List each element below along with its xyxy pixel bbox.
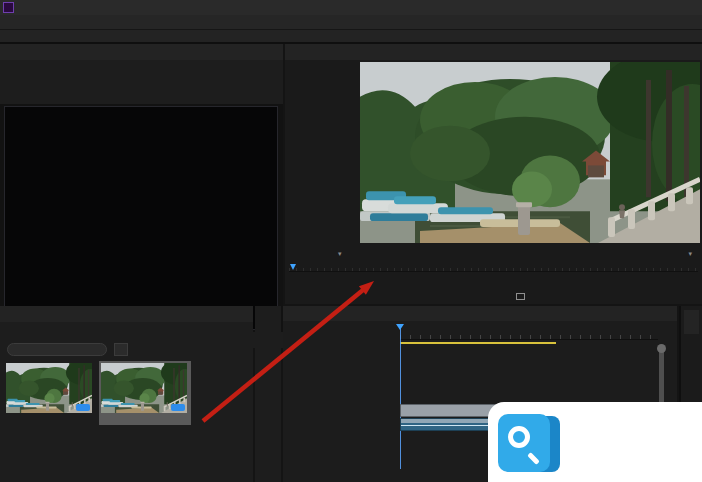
sequence-badge [171, 404, 185, 411]
lumetri-scopes-panel: ▾ [0, 44, 283, 304]
work-area-bar[interactable] [400, 342, 556, 344]
playback-resolution-dropdown[interactable]: ▾ [685, 248, 692, 258]
side-panel-header [684, 310, 699, 334]
magnifier-logo-icon [498, 414, 550, 472]
waveform-display [24, 107, 276, 329]
program-video-preview[interactable] [360, 62, 700, 243]
project-panel [0, 306, 253, 482]
scope-panel-tabs [0, 44, 283, 60]
timeline-ruler[interactable] [400, 324, 658, 340]
zoom-level-dropdown[interactable]: ▾ [335, 248, 342, 258]
workspace-bar [0, 30, 702, 44]
scrollbar-knob[interactable] [657, 344, 666, 353]
playhead-line[interactable] [400, 326, 401, 469]
search-input[interactable] [7, 343, 107, 356]
view-options-button[interactable] [114, 343, 128, 356]
watermark [488, 402, 702, 482]
magnifier-handle [527, 452, 540, 465]
program-scrubber[interactable] [289, 263, 698, 272]
title-bar [0, 0, 702, 15]
video-frame [360, 62, 700, 243]
premiere-app-icon [3, 2, 14, 13]
premiere-window: ▾ ▾ ▾ [0, 0, 702, 482]
tools-panel [255, 306, 281, 482]
playhead-handle[interactable] [396, 324, 404, 330]
sequence-thumbnail [101, 363, 187, 413]
program-monitor-panel: ▾ ▾ [285, 44, 702, 304]
project-panel-tabs [0, 306, 253, 322]
menu-bar [0, 15, 702, 30]
program-panel-header [285, 44, 702, 60]
program-controls-row: ▾ ▾ [285, 244, 702, 261]
clip-thumbnail [6, 363, 92, 413]
square-icon[interactable] [516, 293, 525, 300]
program-playhead-icon[interactable] [290, 264, 296, 270]
magnifier-ring [508, 426, 530, 448]
hd-badge [76, 404, 90, 411]
timeline-tab-row [283, 306, 677, 321]
project-item-sequence[interactable] [99, 361, 191, 425]
project-item-clip[interactable] [4, 361, 96, 425]
